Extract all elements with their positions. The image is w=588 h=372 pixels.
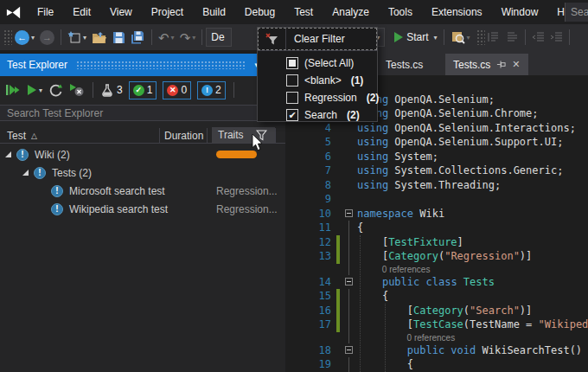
code-line-11[interactable]: 11{ [291,221,588,235]
navigate-forward-button[interactable]: → [37,27,57,48]
codelens-row[interactable]: 0 references [291,264,588,275]
fold-collapse-box[interactable] [340,343,357,358]
undo-button[interactable]: ↶ ▾ [156,27,177,48]
test-not-run-icon: ! [51,185,63,197]
test-name: Tests (2) [52,167,92,179]
collapse-minus-icon[interactable] [345,278,353,285]
chevron-down-icon: ▾ [171,34,175,42]
filter-option-count: (1) [351,74,364,87]
fold-guide-line [348,332,349,343]
run-all-tests-icon[interactable] [5,84,21,96]
code-line-14[interactable]: 14 public class Tests [291,275,588,290]
filter-notrun-button[interactable]: ! 2 [197,81,226,99]
code-line-12[interactable]: 12 [TestFixture] [291,235,588,250]
column-header-duration[interactable]: Duration [164,130,203,142]
menu-analyze[interactable]: Analyze [323,0,379,24]
checkbox-unchecked[interactable] [286,92,298,104]
search-box[interactable]: Sea [565,3,588,22]
beaker-icon [101,84,113,97]
menu-tools[interactable]: Tools [379,0,422,24]
menu-file[interactable]: File [28,0,63,24]
test-tree-row[interactable]: !Microsoft search testRegression... [0,182,285,200]
menu-window[interactable]: Window [492,0,548,24]
filter-option-selectall[interactable]: (Select All) [258,55,377,72]
filter-passed-button[interactable]: ✓ 1 [129,81,157,99]
menu-project[interactable]: Project [142,0,193,24]
filter-option-search[interactable]: Search(2) [258,106,377,124]
expander-icon[interactable] [5,151,11,157]
find-in-files-button[interactable]: ▾ [448,27,473,48]
menu-view[interactable]: View [100,0,142,24]
checkbox-checked[interactable] [286,109,298,121]
clear-filter-menu-item[interactable]: Clear Filter [258,28,377,50]
find-in-files-icon [451,30,465,44]
column-header-test[interactable]: Test △ [7,130,37,142]
column-divider[interactable] [207,128,208,143]
indent-decrease-icon[interactable] [529,27,547,48]
run-failed-tests-icon[interactable] [69,84,85,97]
editor-tab-tests-cs-1[interactable]: Tests.cs✕ [445,54,528,75]
test-explorer-search-input[interactable]: Search Test Explorer ▾ [0,105,285,121]
toolbar-grip[interactable] [3,29,12,45]
save-all-button[interactable] [128,27,148,48]
indent-increase-icon[interactable] [547,27,566,48]
code-line-7[interactable]: 7using System.Collections.Generic; [291,164,588,178]
new-project-button[interactable]: ▾ [65,27,89,48]
filter-option-count: (2) [367,92,380,104]
open-file-button[interactable] [89,27,110,48]
editor-tab-tests-cs-0[interactable]: Tests.cs [378,54,431,75]
code-line-18[interactable]: 18 public void WikiSearchTest() [291,343,588,358]
solution-config-combobox[interactable]: De [206,28,232,47]
code-text: [Category("Regression")] [357,250,588,262]
toolbar-grip[interactable] [476,29,485,45]
fold-guide-line [348,289,349,304]
document-lines-icon-2[interactable] [503,27,521,48]
filter-option-blank[interactable]: <blank>(1) [258,72,377,89]
test-explorer-title-bar[interactable]: Test Explorer ▾ [0,54,285,76]
code-line-16[interactable]: 16 [Category("Search")] [291,304,588,318]
repeat-last-run-icon[interactable] [48,84,63,97]
filter-failed-button[interactable]: ✕ 0 [163,81,191,99]
fold-collapse-box[interactable] [340,207,357,221]
run-tests-button[interactable]: ▾ [27,84,42,96]
code-text: { [357,290,588,302]
save-icon [112,31,125,44]
collapse-minus-icon[interactable] [345,346,353,354]
expander-icon[interactable] [22,170,29,176]
column-header-traits[interactable]: Traits [212,127,275,143]
code-line-5[interactable]: 5using OpenQA.Selenium.Support.UI; [291,135,588,150]
code-line-6[interactable]: 6using System; [291,150,588,164]
collapse-minus-icon[interactable] [345,209,353,217]
menu-test[interactable]: Test [284,0,323,24]
test-tree-row[interactable]: !Wikipedia search testRegression... [0,200,285,218]
menu-extensions[interactable]: Extensions [422,0,492,24]
navigate-back-button[interactable]: ← ▾ [12,27,37,48]
codelens-row[interactable]: 0 references [291,332,588,343]
toolbar-separator [93,82,93,98]
code-line-15[interactable]: 15 { [291,289,588,304]
document-lines-icon-1[interactable] [485,27,503,48]
code-line-10[interactable]: 10namespace Wiki [291,207,588,221]
close-tab-icon[interactable]: ✕ [512,59,520,70]
checkbox-indeterminate[interactable] [286,57,298,69]
code-line-19[interactable]: 19 { [291,357,588,372]
pin-tab-icon[interactable] [496,60,506,69]
line-number: 9 [291,193,331,205]
column-divider[interactable] [275,128,276,143]
code-line-9[interactable]: 9 [291,192,588,207]
start-debug-button[interactable]: Start ▾ [392,27,439,48]
redo-button[interactable]: ↷ ▾ [177,27,199,48]
test-tree-row[interactable]: !Wiki (2) [0,145,285,164]
menu-build[interactable]: Build [193,0,235,24]
filter-option-regression[interactable]: Regression(2) [258,89,377,106]
column-divider[interactable] [159,128,160,143]
code-line-8[interactable]: 8using System.Threading; [291,178,588,193]
checkbox-unchecked[interactable] [286,74,298,87]
trait-value: Regression... [216,203,278,215]
line-number: 18 [291,344,331,356]
save-button[interactable] [110,27,128,48]
menu-debug[interactable]: Debug [235,0,284,24]
menu-edit[interactable]: Edit [63,0,100,24]
test-tree-row[interactable]: !Tests (2) [0,164,285,182]
fold-collapse-box[interactable] [340,275,357,290]
